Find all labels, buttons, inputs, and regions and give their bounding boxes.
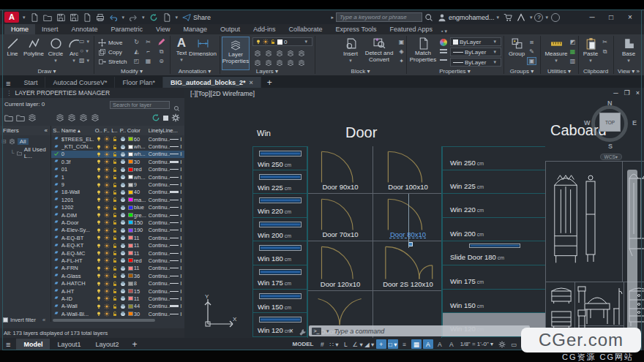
win-block-cell[interactable]: Slide Door 180 cm [442,241,545,265]
layer-on-icon[interactable] [94,311,102,317]
scale-icon[interactable]: ◰ [132,57,141,65]
layer-plot-icon[interactable] [119,257,127,263]
door-block-cell[interactable]: Door 90x10 [308,146,373,193]
layer-row[interactable]: A-HT15Continu...I [51,287,184,295]
grid-icon[interactable]: # [317,339,327,349]
door-block-cell[interactable]: Door 100x10 [373,146,443,193]
panel-label-groups[interactable]: Groups ▾ [503,68,540,75]
layer-match-icon[interactable] [296,49,306,57]
layer-on-icon[interactable] [94,273,102,279]
user-avatar-icon[interactable] [436,12,448,23]
drawing-canvas[interactable]: [-][Top][2D Wireframe] ─❐× Win Door Cabo… [184,88,644,338]
copy-clip-icon[interactable]: ⧉ [600,48,610,56]
hatch-icon[interactable]: ▨ ▾ [80,56,90,64]
h-scrollbar[interactable] [53,319,155,322]
new-layer-vp-icon[interactable] [67,113,76,122]
layer-on-icon[interactable] [94,250,102,256]
layer-plot-icon[interactable] [119,136,127,142]
col-header-3[interactable]: F.. [102,127,111,134]
render-icon[interactable] [148,12,160,23]
layer-row[interactable]: 18-Wall40Continu...I [51,189,184,196]
layer-freeze-icon[interactable] [274,49,284,57]
ribbon-tab-output[interactable]: Output [214,24,247,34]
layer-color-swatch[interactable] [128,251,133,255]
collapse-bottom-icon[interactable]: « [42,317,45,323]
osnap-icon[interactable]: □ ▾ [388,339,398,349]
layer-color-swatch[interactable] [128,167,133,172]
layer-on-icon[interactable] [94,243,102,249]
layer-dropdown[interactable]: 0 ▾ [252,37,312,46]
ribbon-options-caret[interactable]: ▪ ▾ [441,29,447,34]
offset-icon[interactable]: ⊜ [157,57,166,65]
win-block-cell[interactable]: Win 220 cm [252,194,307,218]
door-block-cell[interactable]: Door 120x10 [308,241,373,290]
layer-plot-icon[interactable] [119,212,127,218]
new-property-filter-icon[interactable] [4,113,13,122]
drawing-minimize-icon[interactable]: ─ [613,89,618,97]
ribbon-tab-add-ins[interactable]: Add-ins [247,24,282,34]
annotation-visibility-icon[interactable]: A [423,339,433,349]
layer-on-icon[interactable] [94,144,102,150]
layout-tab-layout1[interactable]: Layout1 [50,339,88,350]
layer-row[interactable]: 0wh...Continu...I [51,151,184,158]
layer-color-swatch[interactable] [128,296,133,301]
layer-unlock-icon[interactable] [263,59,273,67]
layer-lock-icon[interactable] [111,303,119,309]
win-block-cell[interactable]: Win 225 cm [252,170,307,195]
layer-freeze-icon[interactable] [102,273,111,279]
layer-on-icon[interactable] [94,136,102,142]
annotation-autoscale-icon[interactable]: A [435,339,445,349]
layer-lock-icon[interactable] [111,205,119,211]
layer-off-icon[interactable] [252,49,262,57]
undo-icon[interactable] [108,12,119,23]
layer-color-swatch[interactable] [128,175,133,179]
drawing-restore-icon[interactable]: ❐ [624,89,630,97]
layer-thaw-icon[interactable] [285,59,295,67]
invert-filter[interactable]: Invert filter« [3,317,45,323]
layer-on-icon[interactable] [94,227,102,233]
filter-all[interactable]: ⊟All [1,138,49,145]
layer-on-icon[interactable] [94,189,102,195]
layer-lock-icon[interactable] [111,197,119,203]
layer-row[interactable]: A-HATCH8Continu...I [51,279,184,287]
panel-label-view[interactable]: View ▾ » [613,68,644,75]
layer-lock-icon[interactable] [111,288,119,294]
linetype-dropdown[interactable]: ByLayer▾ [450,58,501,67]
maximize-button[interactable]: □ [602,13,621,21]
layer-color-swatch[interactable] [128,197,133,202]
layer-freeze-icon[interactable] [102,136,111,142]
col-header-0[interactable]: S.. [51,127,61,134]
layer-row[interactable]: A-Wall-Bl...30Continu...I [51,310,184,317]
layer-plot-icon[interactable] [119,273,127,279]
layer-color-swatch[interactable] [128,266,133,271]
ribbon-tab-express-tools[interactable]: Express Tools [329,24,383,34]
layer-color-swatch[interactable] [128,289,133,293]
layer-plot-icon[interactable] [119,174,127,180]
save-as-icon[interactable] [68,12,80,23]
share-label[interactable]: Share [193,14,211,21]
layer-row[interactable]: A-EQ-BT11Continu...I [51,234,184,241]
layer-freeze-icon[interactable] [102,227,111,233]
filter-all-used[interactable]: └All Used L... [1,146,49,159]
layer-freeze-icon[interactable] [102,151,111,157]
line-button[interactable]: Line [3,37,22,57]
block-attr-icon[interactable]: ◈ [397,48,406,56]
layer-on-icon[interactable] [94,303,102,309]
save-icon[interactable] [55,12,67,23]
cmd-customize-icon[interactable] [299,326,307,338]
layer-color-swatch[interactable] [128,244,133,248]
layer-lock-icon[interactable] [111,227,119,233]
layer-row[interactable]: A-Glass36Continu...I [51,272,184,279]
cart-icon[interactable] [502,12,514,23]
ribbon-tab-collaborate[interactable]: Collaborate [282,24,329,34]
invert-filter-checkbox[interactable] [3,317,8,323]
mobile-icon[interactable] [161,12,173,23]
layer-plot-icon[interactable] [119,295,127,301]
file-tab-2[interactable]: Autocad CourseV* [45,77,115,88]
layer-freeze-icon[interactable] [102,288,111,294]
help-search-input[interactable]: Type a keyword or phrase [336,12,422,22]
group-select-icon[interactable]: ▣ [527,57,536,65]
door-block-cell[interactable]: Door 2S 120x10 [373,241,443,290]
layer-plot-icon[interactable] [119,288,127,294]
layout-tab-model[interactable]: Model [16,339,50,350]
